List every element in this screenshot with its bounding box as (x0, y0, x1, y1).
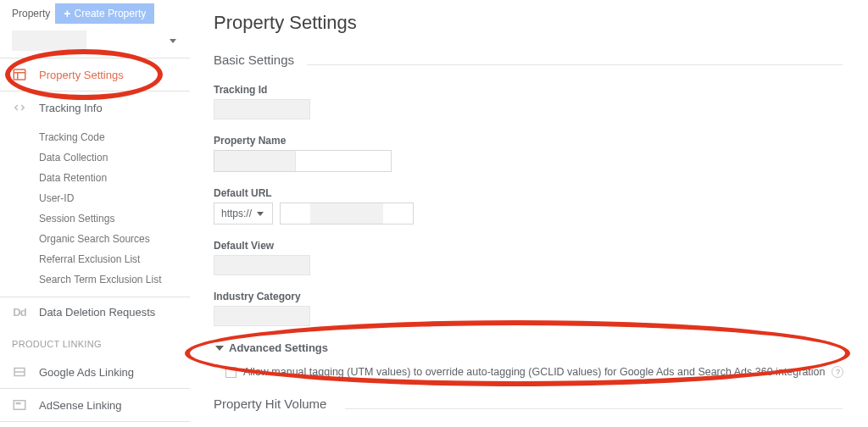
triangle-down-icon (215, 346, 224, 351)
property-select-box (12, 30, 86, 51)
sidebar-item-label: Property Settings (39, 69, 124, 81)
sub-item-tracking-code[interactable]: Tracking Code (39, 127, 190, 147)
create-property-button[interactable]: + Create Property (55, 3, 154, 24)
create-property-label: Create Property (75, 8, 147, 19)
sub-item-session-settings[interactable]: Session Settings (39, 208, 190, 229)
property-label: Property (12, 8, 50, 19)
tracking-info-submenu: Tracking Code Data Collection Data Reten… (0, 124, 190, 297)
sub-item-referral-exclusion[interactable]: Referral Exclusion List (39, 249, 190, 269)
sidebar: Property + Create Property Property Sett… (0, 0, 190, 427)
protocol-dropdown[interactable]: https:// (214, 202, 273, 225)
svg-rect-5 (14, 401, 25, 410)
sub-item-user-id[interactable]: User-ID (39, 188, 190, 208)
property-name-input[interactable] (214, 150, 392, 172)
property-settings-icon (12, 67, 27, 82)
plus-icon: + (64, 7, 70, 20)
manual-tagging-checkbox[interactable] (225, 367, 236, 378)
chevron-down-icon (257, 212, 264, 216)
default-url-label: Default URL (214, 187, 868, 199)
adsense-icon (12, 397, 27, 413)
manual-tagging-label: Allow manual tagging (UTM values) to ove… (243, 366, 825, 378)
product-linking-header: PRODUCT LINKING (0, 327, 190, 356)
property-hit-volume-header: Property Hit Volume (214, 396, 868, 416)
sub-item-data-collection[interactable]: Data Collection (39, 147, 190, 168)
default-url-input[interactable] (280, 202, 414, 225)
sidebar-item-property-settings[interactable]: Property Settings (0, 58, 190, 91)
svg-rect-6 (16, 402, 21, 404)
sidebar-item-label: Data Deletion Requests (39, 306, 155, 319)
advanced-settings-toggle[interactable]: Advanced Settings (215, 341, 868, 354)
sidebar-item-label: Google Ads Linking (39, 366, 134, 379)
sidebar-item-label: AdSense Linking (39, 399, 122, 412)
code-icon (12, 100, 27, 115)
default-view-value (214, 255, 310, 275)
sidebar-item-data-deletion[interactable]: Dd Data Deletion Requests (0, 297, 190, 327)
sub-item-data-retention[interactable]: Data Retention (39, 168, 190, 188)
sidebar-item-ad-exchange-linking[interactable]: Ad Exchange Linking (0, 422, 190, 427)
property-name-label: Property Name (214, 135, 868, 147)
industry-category-label: Industry Category (214, 291, 868, 302)
help-icon[interactable]: ? (832, 366, 843, 378)
sub-item-search-term-exclusion[interactable]: Search Term Exclusion List (39, 269, 190, 290)
chevron-down-icon (170, 39, 176, 43)
protocol-value: https:// (221, 208, 252, 219)
sidebar-item-tracking-info[interactable]: Tracking Info (0, 92, 190, 124)
tracking-id-label: Tracking Id (214, 84, 868, 96)
page-title: Property Settings (214, 12, 868, 34)
sidebar-item-adsense-linking[interactable]: AdSense Linking (0, 389, 190, 421)
default-view-label: Default View (214, 240, 868, 252)
tracking-id-value (214, 99, 310, 119)
google-ads-icon (12, 364, 27, 380)
svg-rect-0 (14, 69, 25, 80)
sidebar-item-google-ads-linking[interactable]: Google Ads Linking (0, 356, 190, 388)
basic-settings-header: Basic Settings (214, 53, 868, 72)
sub-item-organic-search-sources[interactable]: Organic Search Sources (39, 229, 190, 249)
sidebar-item-label: Tracking Info (39, 102, 103, 114)
data-deletion-icon: Dd (12, 306, 27, 319)
advanced-settings-label: Advanced Settings (229, 341, 328, 354)
property-select-dropdown[interactable] (12, 30, 178, 51)
main-content: Property Settings Basic Settings Trackin… (190, 0, 868, 427)
industry-category-value (214, 306, 310, 326)
